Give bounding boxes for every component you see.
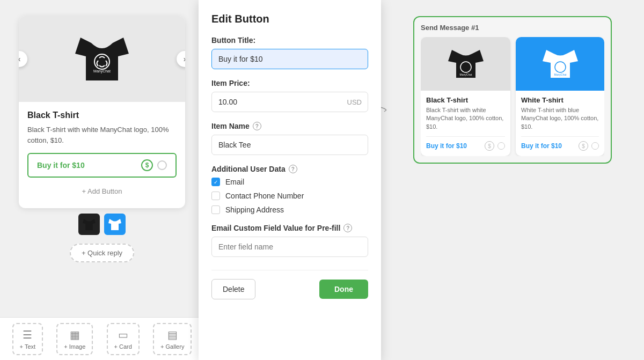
item-name-input[interactable]: [211, 135, 368, 155]
card-image-area: ManyChat ‹ ›: [19, 16, 185, 102]
checkbox-group: Email Contact Phone Number Shipping Addr…: [211, 178, 368, 214]
email-label: Email: [225, 178, 244, 186]
black-tshirt-image: ManyChat: [70, 27, 134, 91]
preview-card-white-body: White T-shirt White T-shirt with blue Ma…: [516, 91, 604, 156]
preview-white-title: White T-shirt: [521, 96, 599, 104]
additional-data-help-icon[interactable]: ?: [289, 165, 297, 173]
product-card: ManyChat ‹ › Black T-shirt Black T-shirt…: [19, 16, 185, 208]
left-panel: ManyChat ‹ › Black T-shirt Black T-shirt…: [0, 0, 204, 360]
email-custom-field-label: Email Custom Field Value for Pre-fill ?: [211, 224, 368, 232]
currency-label: USD: [347, 98, 362, 106]
additional-user-data-label: Additional User Data ?: [211, 165, 368, 173]
radio-button: [157, 160, 167, 170]
modal-footer: Delete Done: [211, 270, 368, 299]
preview-white-buy: Buy it for $10 $: [521, 136, 599, 151]
preview-card-black-image: ManyChat: [421, 37, 510, 91]
preview-white-dollar-icon: $: [579, 141, 588, 151]
phone-checkbox-item[interactable]: Contact Phone Number: [211, 192, 368, 200]
email-custom-field-input[interactable]: [211, 237, 368, 257]
button-title-input[interactable]: [211, 49, 368, 69]
thumbnail-white[interactable]: [104, 214, 126, 235]
dollar-icon: $: [141, 159, 153, 171]
preview-black-title: Black T-shirt: [426, 96, 505, 104]
preview-white-tshirt: ManyChat: [539, 42, 582, 85]
email-checkbox-item[interactable]: Email: [211, 178, 368, 186]
preview-black-buy: Buy it for $10 $: [426, 136, 505, 151]
image-icon: ▦: [70, 328, 80, 341]
add-button-link[interactable]: + Add Button: [27, 183, 177, 200]
preview-card-black: ManyChat Black T-shirt Black T-shirt wit…: [421, 37, 510, 156]
button-title-label: Button Title:: [211, 36, 368, 45]
toolbar-image-label: + Image: [64, 343, 85, 350]
done-button[interactable]: Done: [319, 280, 368, 299]
preview-white-buy-text: Buy it for $10: [521, 142, 562, 150]
right-panel: Send Message #1 ManyChat Black T-shirt B…: [381, 0, 644, 360]
email-field-help-icon[interactable]: ?: [343, 224, 352, 232]
item-name-group: Item Name ?: [211, 122, 368, 155]
card-title: Black T-shirt: [27, 111, 177, 120]
preview-white-radio: [591, 142, 599, 150]
text-icon: ☰: [23, 328, 32, 341]
toolbar-gallery[interactable]: ▤ + Gallery: [153, 323, 192, 355]
additional-user-data-group: Additional User Data ? Email Contact Pho…: [211, 165, 368, 214]
modal-title: Edit Button: [211, 13, 368, 25]
toolbar-image[interactable]: ▦ + Image: [56, 323, 93, 355]
buy-button-text: Buy it for $10: [37, 161, 85, 170]
svg-text:ManyChat: ManyChat: [93, 69, 111, 74]
svg-text:ManyChat: ManyChat: [554, 73, 566, 76]
bottom-toolbar: ☰ + Text ▦ + Image ▭ + Card ▤ + Gallery: [0, 317, 204, 360]
message-label: Send Message #1: [421, 24, 604, 32]
preview-card-black-body: Black T-shirt Black T-shirt with white M…: [421, 91, 510, 156]
preview-white-desc: White T-shirt with blue ManyChat logo, 1…: [521, 106, 599, 131]
preview-black-desc: Black T-shirt with white ManyChat logo, …: [426, 106, 505, 131]
item-price-label: Item Price:: [211, 79, 368, 87]
prev-arrow[interactable]: ‹: [19, 51, 27, 67]
next-arrow[interactable]: ›: [177, 51, 185, 67]
phone-label: Contact Phone Number: [225, 192, 304, 200]
message-container: Send Message #1 ManyChat Black T-shirt B…: [413, 16, 612, 164]
preview-black-icons: $: [485, 141, 505, 151]
toolbar-card-label: + Card: [114, 343, 132, 350]
buy-button[interactable]: Buy it for $10 $: [27, 153, 177, 178]
preview-card-white: ManyChat White T-shirt White T-shirt wit…: [516, 37, 604, 156]
preview-white-icons: $: [579, 141, 599, 151]
preview-dollar-icon: $: [485, 141, 494, 151]
buy-button-icons: $: [141, 159, 167, 171]
toolbar-text[interactable]: ☰ + Text: [12, 323, 43, 355]
gallery-icon: ▤: [167, 328, 178, 341]
item-price-input[interactable]: [211, 92, 368, 112]
edit-button-modal: Edit Button Button Title: Item Price: US…: [199, 0, 381, 360]
address-checkbox-item[interactable]: Shipping Address: [211, 205, 368, 214]
button-title-group: Button Title:: [211, 36, 368, 69]
toolbar-gallery-label: + Gallery: [160, 343, 184, 350]
address-label: Shipping Address: [225, 205, 284, 214]
preview-black-tshirt: ManyChat: [444, 42, 487, 85]
item-name-help-icon[interactable]: ?: [253, 122, 261, 130]
toolbar-text-label: + Text: [20, 343, 35, 350]
card-icon: ▭: [118, 328, 128, 341]
delete-button[interactable]: Delete: [211, 279, 255, 299]
phone-checkbox[interactable]: [211, 192, 220, 200]
preview-cards: ManyChat Black T-shirt Black T-shirt wit…: [421, 37, 604, 156]
email-checkbox[interactable]: [211, 178, 220, 186]
card-thumbnails: [19, 214, 185, 235]
svg-text:ManyChat: ManyChat: [459, 73, 472, 76]
email-custom-field-group: Email Custom Field Value for Pre-fill ?: [211, 224, 368, 257]
thumbnail-black[interactable]: [78, 214, 100, 235]
item-price-group: Item Price: USD: [211, 79, 368, 112]
preview-radio: [497, 142, 505, 150]
preview-black-buy-text: Buy it for $10: [426, 142, 467, 150]
card-description: Black T-shirt with white ManyChat logo, …: [27, 124, 177, 145]
quick-reply-button[interactable]: + Quick reply: [70, 244, 134, 262]
item-name-label: Item Name ?: [211, 122, 368, 130]
toolbar-card[interactable]: ▭ + Card: [107, 323, 140, 355]
address-checkbox[interactable]: [211, 205, 220, 214]
preview-card-white-image: ManyChat: [516, 37, 604, 91]
